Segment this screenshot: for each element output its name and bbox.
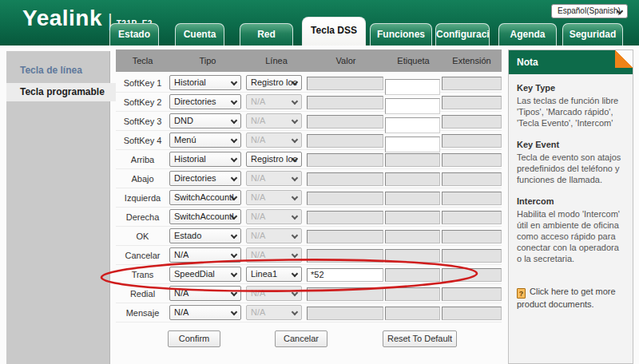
line-select[interactable]: Linea1 <box>246 267 302 282</box>
select-value: Directories <box>174 97 216 106</box>
type-select[interactable]: Directories <box>169 171 241 186</box>
select-value: N/A <box>174 288 189 298</box>
cancel-button[interactable]: Cancelar <box>275 330 327 347</box>
select-value: DND <box>174 116 193 125</box>
sidebar-item-tecla-programable[interactable]: Tecla programable <box>6 83 116 101</box>
chevron-down-icon <box>231 79 237 85</box>
select-value: Registro loc <box>251 77 297 87</box>
value-input <box>307 192 383 205</box>
chevron-down-icon <box>292 136 298 143</box>
chevron-down-icon <box>231 290 237 296</box>
note-panel: Nota Key Type Las teclas de función libr… <box>508 49 633 364</box>
type-select[interactable]: SpeedDial <box>169 267 241 282</box>
key-label: Arriba <box>116 150 169 169</box>
folded-corner-icon <box>615 50 633 68</box>
chevron-down-icon <box>292 194 298 200</box>
chevron-down-icon <box>231 117 237 124</box>
value-input[interactable]: *52 <box>307 268 383 282</box>
select-value: N/A <box>251 288 265 298</box>
chevron-down-icon <box>231 251 237 258</box>
type-select[interactable]: N/A <box>169 305 241 320</box>
table-row-redial: Redial N/A N/A <box>116 284 502 303</box>
select-value: N/A <box>251 116 265 125</box>
select-value: N/A <box>174 250 189 259</box>
chevron-down-icon <box>231 156 237 162</box>
type-select[interactable]: Directories <box>169 94 241 109</box>
value-input <box>307 249 383 263</box>
key-label: Mensaje <box>116 303 169 322</box>
select-value: N/A <box>251 97 265 106</box>
line-select[interactable]: Registro loc <box>246 152 302 167</box>
table-row-softkey2: SoftKey 2 Directories N/A <box>116 93 502 112</box>
line-select: N/A <box>246 209 302 224</box>
type-select[interactable]: Historial <box>169 152 241 167</box>
type-select[interactable]: SwitchAccountl <box>169 190 241 205</box>
column-header-linea: Línea <box>246 56 307 65</box>
note-section-text: Las teclas de función libre 'Tipos', 'Ma… <box>517 95 625 129</box>
tab-estado[interactable]: Estado <box>109 23 159 46</box>
reset-to-default-button[interactable]: Reset To Default <box>383 330 457 347</box>
tab-configuracion[interactable]: Configuraci <box>435 23 490 46</box>
value-input <box>307 77 383 90</box>
select-value: N/A <box>251 231 265 240</box>
tab-red[interactable]: Red <box>240 23 293 46</box>
column-header-etiqueta: Etiqueta <box>385 56 442 65</box>
value-input <box>307 287 383 301</box>
line-select[interactable]: Registro loc <box>246 75 302 90</box>
table-row-cancelar: Cancelar N/A N/A <box>116 246 502 265</box>
chevron-down-icon <box>292 117 298 124</box>
tab-tecla-dss[interactable]: Tecla DSS <box>302 17 366 46</box>
extension-input <box>442 307 502 320</box>
table-row-derecha: Derecha SwitchAccountl N/A <box>116 208 502 227</box>
key-label: Derecha <box>116 208 169 227</box>
label-input[interactable] <box>385 117 440 133</box>
type-select[interactable]: DND <box>169 113 241 129</box>
type-select[interactable]: SwitchAccountl <box>169 209 241 224</box>
table-row-trans: Trans SpeedDial Linea1 *52 <box>116 265 502 284</box>
type-select[interactable]: Estado <box>169 228 241 243</box>
tab-agenda[interactable]: Agenda <box>498 23 557 46</box>
note-panel-header: Nota <box>509 50 633 74</box>
note-section-heading: Intercom <box>517 196 625 207</box>
label-input[interactable] <box>385 136 440 152</box>
product-documents-link[interactable]: ?Click here to get more product document… <box>517 286 625 310</box>
select-value: N/A <box>251 135 265 144</box>
select-value: N/A <box>251 250 265 259</box>
language-select[interactable]: Español(Spanish) <box>551 4 628 18</box>
label-input <box>385 307 440 320</box>
line-select: N/A <box>246 190 302 205</box>
column-header-tecla: Tecla <box>116 56 169 65</box>
line-select: N/A <box>246 171 302 186</box>
label-input[interactable] <box>385 98 440 114</box>
tab-label: Tecla DSS <box>311 25 357 36</box>
note-panel-body: Key Type Las teclas de función libre 'Ti… <box>509 74 633 310</box>
type-select[interactable]: N/A <box>169 286 241 301</box>
chevron-down-icon <box>231 98 237 105</box>
type-select[interactable]: N/A <box>169 247 241 263</box>
tab-label: Funciones <box>377 29 425 40</box>
tab-seguridad[interactable]: Seguridad <box>562 23 623 46</box>
extension-input <box>442 96 502 109</box>
chevron-down-icon <box>292 213 298 220</box>
table-row-ok: OK Estado N/A <box>116 227 502 246</box>
language-value: Español(Spanish) <box>558 6 621 15</box>
confirm-button[interactable]: Confirm <box>168 330 220 347</box>
line-select: N/A <box>246 228 302 243</box>
tab-label: Configuraci <box>436 29 490 40</box>
note-section-text: Habilita el modo 'Intercom' útil en ambi… <box>517 208 625 264</box>
sidebar-item-tecla-de-linea[interactable]: Tecla de línea <box>6 61 109 80</box>
chevron-down-icon <box>231 136 237 143</box>
type-select[interactable]: Menú <box>169 133 241 148</box>
label-input <box>385 230 440 243</box>
select-value: N/A <box>174 307 189 317</box>
extension-input <box>442 192 502 205</box>
select-value: Historial <box>174 77 206 87</box>
label-input <box>385 153 440 167</box>
note-section-intercom: Intercom Habilita el modo 'Intercom' úti… <box>517 196 625 264</box>
tab-funciones[interactable]: Funciones <box>370 23 432 46</box>
label-input[interactable] <box>385 79 440 95</box>
yealink-web-config-page: Yealink | T21P_E2 Español(Spanish) Estad… <box>0 0 639 364</box>
key-label: Cancelar <box>116 246 169 265</box>
tab-cuenta[interactable]: Cuenta <box>175 23 224 46</box>
type-select[interactable]: Historial <box>169 75 241 90</box>
